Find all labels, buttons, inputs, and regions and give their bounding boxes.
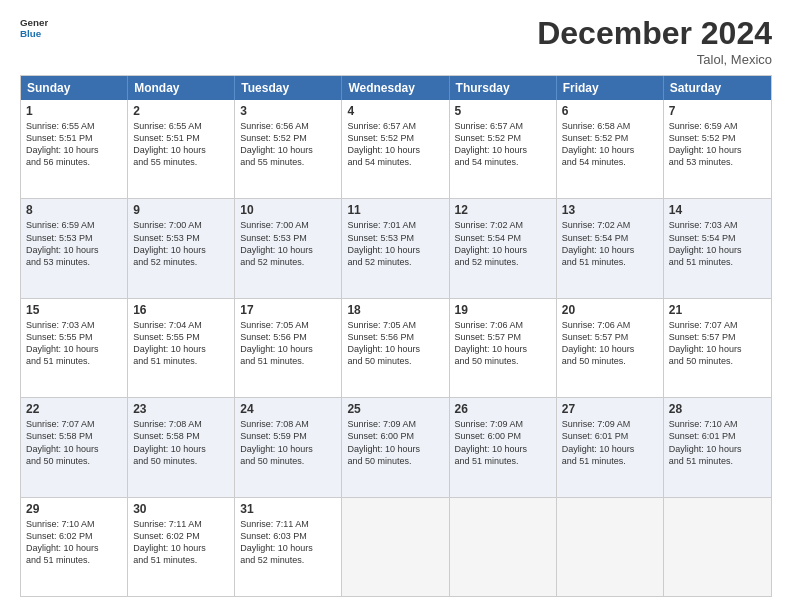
svg-text:Blue: Blue	[20, 28, 42, 39]
cell-4-sun: 22 Sunrise: 7:07 AMSunset: 5:58 PMDaylig…	[21, 398, 128, 496]
day-number: 24	[240, 402, 336, 416]
week-row-4: 22 Sunrise: 7:07 AMSunset: 5:58 PMDaylig…	[21, 397, 771, 496]
cell-content: Sunrise: 6:59 AMSunset: 5:52 PMDaylight:…	[669, 120, 766, 169]
cell-1-sat: 7 Sunrise: 6:59 AMSunset: 5:52 PMDayligh…	[664, 100, 771, 198]
col-friday: Friday	[557, 76, 664, 100]
cell-2-tue: 10 Sunrise: 7:00 AMSunset: 5:53 PMDaylig…	[235, 199, 342, 297]
cell-content: Sunrise: 6:57 AMSunset: 5:52 PMDaylight:…	[455, 120, 551, 169]
cell-content: Sunrise: 7:09 AMSunset: 6:01 PMDaylight:…	[562, 418, 658, 467]
cell-1-thu: 5 Sunrise: 6:57 AMSunset: 5:52 PMDayligh…	[450, 100, 557, 198]
week-row-3: 15 Sunrise: 7:03 AMSunset: 5:55 PMDaylig…	[21, 298, 771, 397]
col-monday: Monday	[128, 76, 235, 100]
col-wednesday: Wednesday	[342, 76, 449, 100]
day-number: 2	[133, 104, 229, 118]
cell-content: Sunrise: 6:55 AMSunset: 5:51 PMDaylight:…	[26, 120, 122, 169]
cell-content: Sunrise: 6:59 AMSunset: 5:53 PMDaylight:…	[26, 219, 122, 268]
cell-1-fri: 6 Sunrise: 6:58 AMSunset: 5:52 PMDayligh…	[557, 100, 664, 198]
cell-4-mon: 23 Sunrise: 7:08 AMSunset: 5:58 PMDaylig…	[128, 398, 235, 496]
cell-content: Sunrise: 7:04 AMSunset: 5:55 PMDaylight:…	[133, 319, 229, 368]
cell-4-sat: 28 Sunrise: 7:10 AMSunset: 6:01 PMDaylig…	[664, 398, 771, 496]
cell-2-sat: 14 Sunrise: 7:03 AMSunset: 5:54 PMDaylig…	[664, 199, 771, 297]
cell-content: Sunrise: 6:56 AMSunset: 5:52 PMDaylight:…	[240, 120, 336, 169]
cell-4-thu: 26 Sunrise: 7:09 AMSunset: 6:00 PMDaylig…	[450, 398, 557, 496]
day-number: 12	[455, 203, 551, 217]
day-number: 16	[133, 303, 229, 317]
cell-content: Sunrise: 7:06 AMSunset: 5:57 PMDaylight:…	[455, 319, 551, 368]
col-saturday: Saturday	[664, 76, 771, 100]
cell-3-tue: 17 Sunrise: 7:05 AMSunset: 5:56 PMDaylig…	[235, 299, 342, 397]
day-number: 10	[240, 203, 336, 217]
cell-content: Sunrise: 7:11 AMSunset: 6:02 PMDaylight:…	[133, 518, 229, 567]
page: General Blue December 2024 Talol, Mexico…	[0, 0, 792, 612]
day-number: 25	[347, 402, 443, 416]
cell-5-tue: 31 Sunrise: 7:11 AMSunset: 6:03 PMDaylig…	[235, 498, 342, 596]
cell-content: Sunrise: 7:03 AMSunset: 5:54 PMDaylight:…	[669, 219, 766, 268]
cell-1-sun: 1 Sunrise: 6:55 AMSunset: 5:51 PMDayligh…	[21, 100, 128, 198]
calendar-body: 1 Sunrise: 6:55 AMSunset: 5:51 PMDayligh…	[21, 100, 771, 596]
day-number: 22	[26, 402, 122, 416]
cell-content: Sunrise: 6:57 AMSunset: 5:52 PMDaylight:…	[347, 120, 443, 169]
cell-4-tue: 24 Sunrise: 7:08 AMSunset: 5:59 PMDaylig…	[235, 398, 342, 496]
day-number: 3	[240, 104, 336, 118]
day-number: 4	[347, 104, 443, 118]
day-number: 11	[347, 203, 443, 217]
cell-1-tue: 3 Sunrise: 6:56 AMSunset: 5:52 PMDayligh…	[235, 100, 342, 198]
cell-content: Sunrise: 7:01 AMSunset: 5:53 PMDaylight:…	[347, 219, 443, 268]
cell-4-wed: 25 Sunrise: 7:09 AMSunset: 6:00 PMDaylig…	[342, 398, 449, 496]
cell-5-thu-empty	[450, 498, 557, 596]
cell-5-mon: 30 Sunrise: 7:11 AMSunset: 6:02 PMDaylig…	[128, 498, 235, 596]
cell-content: Sunrise: 7:05 AMSunset: 5:56 PMDaylight:…	[240, 319, 336, 368]
cell-3-wed: 18 Sunrise: 7:05 AMSunset: 5:56 PMDaylig…	[342, 299, 449, 397]
cell-5-wed-empty	[342, 498, 449, 596]
cell-3-thu: 19 Sunrise: 7:06 AMSunset: 5:57 PMDaylig…	[450, 299, 557, 397]
cell-5-sat-empty	[664, 498, 771, 596]
week-row-2: 8 Sunrise: 6:59 AMSunset: 5:53 PMDayligh…	[21, 198, 771, 297]
day-number: 23	[133, 402, 229, 416]
day-number: 8	[26, 203, 122, 217]
day-number: 20	[562, 303, 658, 317]
day-number: 18	[347, 303, 443, 317]
cell-3-fri: 20 Sunrise: 7:06 AMSunset: 5:57 PMDaylig…	[557, 299, 664, 397]
day-number: 26	[455, 402, 551, 416]
cell-content: Sunrise: 7:00 AMSunset: 5:53 PMDaylight:…	[133, 219, 229, 268]
week-row-1: 1 Sunrise: 6:55 AMSunset: 5:51 PMDayligh…	[21, 100, 771, 198]
day-number: 5	[455, 104, 551, 118]
cell-content: Sunrise: 7:11 AMSunset: 6:03 PMDaylight:…	[240, 518, 336, 567]
week-row-5: 29 Sunrise: 7:10 AMSunset: 6:02 PMDaylig…	[21, 497, 771, 596]
cell-2-wed: 11 Sunrise: 7:01 AMSunset: 5:53 PMDaylig…	[342, 199, 449, 297]
cell-content: Sunrise: 6:55 AMSunset: 5:51 PMDaylight:…	[133, 120, 229, 169]
cell-content: Sunrise: 7:00 AMSunset: 5:53 PMDaylight:…	[240, 219, 336, 268]
day-number: 30	[133, 502, 229, 516]
cell-content: Sunrise: 7:08 AMSunset: 5:59 PMDaylight:…	[240, 418, 336, 467]
svg-text:General: General	[20, 17, 48, 28]
cell-2-thu: 12 Sunrise: 7:02 AMSunset: 5:54 PMDaylig…	[450, 199, 557, 297]
day-number: 17	[240, 303, 336, 317]
cell-1-wed: 4 Sunrise: 6:57 AMSunset: 5:52 PMDayligh…	[342, 100, 449, 198]
cell-5-sun: 29 Sunrise: 7:10 AMSunset: 6:02 PMDaylig…	[21, 498, 128, 596]
header: General Blue December 2024 Talol, Mexico	[20, 15, 772, 67]
cell-content: Sunrise: 7:09 AMSunset: 6:00 PMDaylight:…	[455, 418, 551, 467]
col-thursday: Thursday	[450, 76, 557, 100]
day-number: 15	[26, 303, 122, 317]
location: Talol, Mexico	[537, 52, 772, 67]
day-number: 27	[562, 402, 658, 416]
day-number: 21	[669, 303, 766, 317]
day-number: 14	[669, 203, 766, 217]
cell-5-fri-empty	[557, 498, 664, 596]
day-number: 6	[562, 104, 658, 118]
logo: General Blue	[20, 15, 48, 43]
cell-3-sat: 21 Sunrise: 7:07 AMSunset: 5:57 PMDaylig…	[664, 299, 771, 397]
month-title: December 2024	[537, 15, 772, 52]
cell-1-mon: 2 Sunrise: 6:55 AMSunset: 5:51 PMDayligh…	[128, 100, 235, 198]
cell-content: Sunrise: 7:10 AMSunset: 6:02 PMDaylight:…	[26, 518, 122, 567]
day-number: 29	[26, 502, 122, 516]
day-number: 7	[669, 104, 766, 118]
cell-2-fri: 13 Sunrise: 7:02 AMSunset: 5:54 PMDaylig…	[557, 199, 664, 297]
cell-4-fri: 27 Sunrise: 7:09 AMSunset: 6:01 PMDaylig…	[557, 398, 664, 496]
cell-2-mon: 9 Sunrise: 7:00 AMSunset: 5:53 PMDayligh…	[128, 199, 235, 297]
cell-content: Sunrise: 7:02 AMSunset: 5:54 PMDaylight:…	[562, 219, 658, 268]
col-tuesday: Tuesday	[235, 76, 342, 100]
day-number: 13	[562, 203, 658, 217]
day-number: 31	[240, 502, 336, 516]
cell-content: Sunrise: 7:09 AMSunset: 6:00 PMDaylight:…	[347, 418, 443, 467]
